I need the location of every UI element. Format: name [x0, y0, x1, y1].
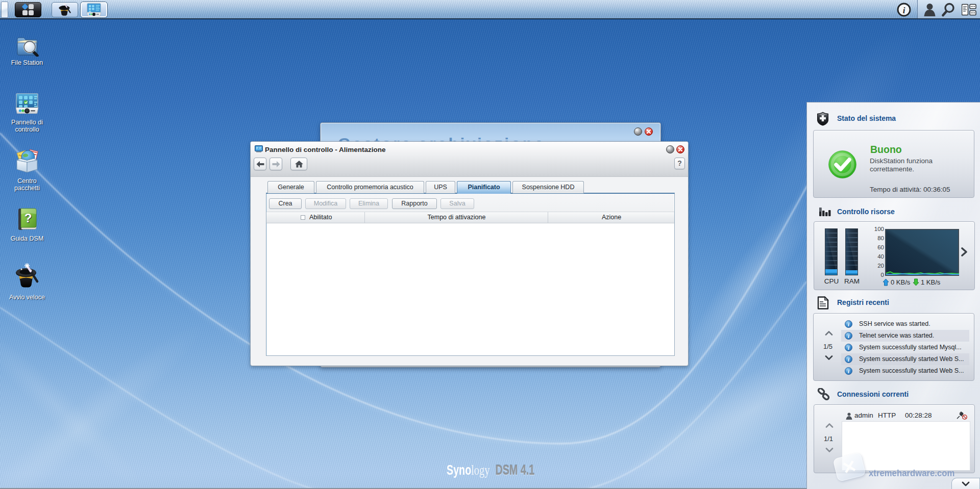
svg-text:?: ?: [24, 211, 32, 225]
svg-text:i: i: [903, 6, 905, 15]
